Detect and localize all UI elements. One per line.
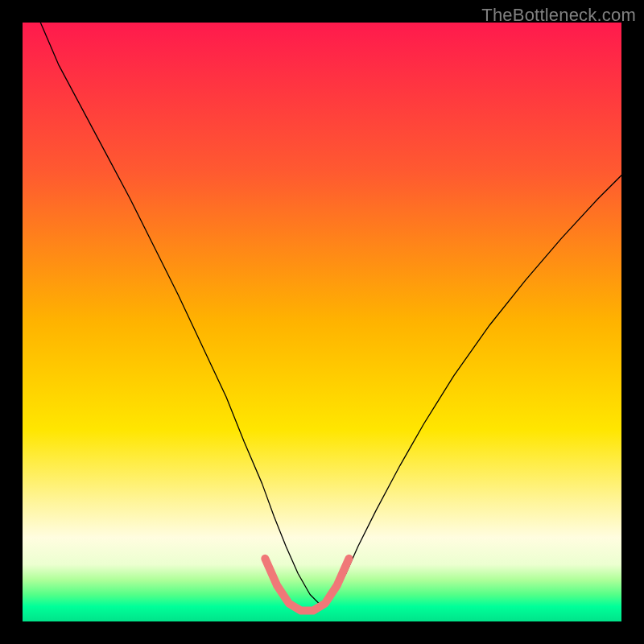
chart-svg — [23, 23, 621, 621]
gradient-background — [23, 23, 621, 621]
chart-frame: TheBottleneck.com — [0, 0, 644, 644]
chart-plot — [23, 23, 621, 621]
